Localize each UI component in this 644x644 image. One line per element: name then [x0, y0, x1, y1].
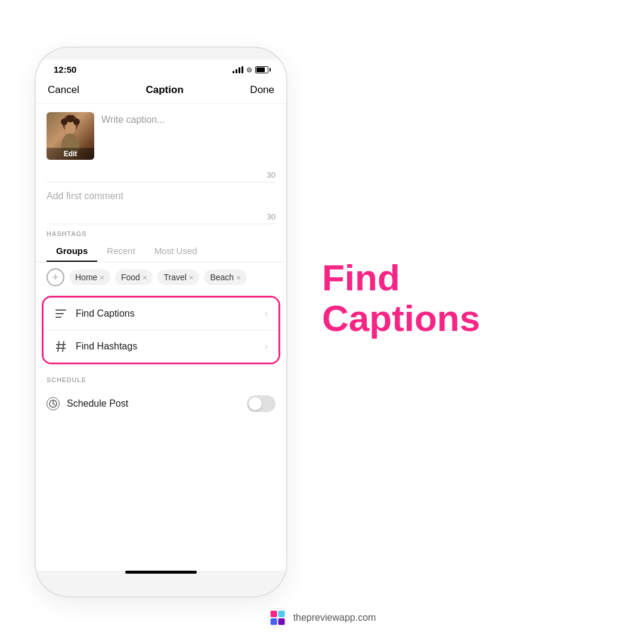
find-hashtags-label: Find Hashtags [76, 341, 137, 352]
lines-icon [54, 307, 67, 320]
tab-groups[interactable]: Groups [47, 241, 97, 262]
first-comment-placeholder: Add first comment [47, 191, 123, 201]
status-time: 12:50 [54, 64, 76, 75]
home-indicator [125, 571, 197, 574]
remove-home-icon[interactable]: × [100, 273, 104, 282]
svg-rect-7 [55, 313, 64, 314]
logo-cell-4 [278, 618, 285, 625]
logo-cell-3 [271, 618, 277, 625]
phone-mockup: 12:50 ⊜ Cancel Caption Done [36, 48, 286, 596]
clock-icon [47, 397, 60, 410]
svg-rect-6 [55, 309, 66, 311]
find-hashtags-left: Find Hashtags [54, 340, 137, 353]
tag-chips-row: + Home × Food × Travel × Beach × [36, 262, 286, 292]
remove-travel-icon[interactable]: × [189, 273, 194, 282]
hash-icon [54, 340, 67, 353]
remove-beach-icon[interactable]: × [236, 273, 241, 282]
find-hashtags-menu-item[interactable]: Find Hashtags › [44, 330, 278, 363]
find-captions-left: Find Captions [54, 307, 135, 320]
logo-cell-2 [278, 611, 285, 617]
first-comment-row[interactable]: Add first comment [36, 182, 286, 210]
photo-thumbnail[interactable]: Edit [47, 112, 94, 160]
find-captions-heading: Find Captions [322, 258, 480, 339]
tab-most-used[interactable]: Most Used [145, 241, 207, 262]
right-side: Find Captions [286, 258, 608, 386]
svg-line-9 [58, 341, 59, 352]
svg-point-3 [73, 119, 80, 125]
svg-point-2 [61, 119, 67, 125]
signal-icon [233, 66, 243, 73]
schedule-left: Schedule Post [47, 397, 128, 410]
done-button[interactable]: Done [250, 84, 274, 96]
hashtag-tabs: Groups Recent Most Used [36, 241, 286, 262]
status-icons: ⊜ [233, 66, 268, 74]
find-captions-menu-item[interactable]: Find Captions › [44, 298, 278, 330]
status-bar: 12:50 ⊜ [36, 60, 286, 77]
chip-label-food: Food [121, 273, 140, 282]
bottom-branding: thepreviewapp.com [268, 608, 376, 627]
add-chip-button[interactable]: + [47, 268, 64, 286]
find-captions-label: Find Captions [76, 308, 135, 319]
schedule-section-label: SCHEDULE [36, 370, 286, 387]
page-wrapper: 12:50 ⊜ Cancel Caption Done [36, 24, 608, 620]
caption-placeholder: Write caption... [101, 114, 275, 125]
tag-chip-travel[interactable]: Travel × [157, 270, 199, 285]
caption-char-count: 30 [36, 168, 286, 182]
chip-label-home: Home [75, 273, 97, 282]
edit-overlay-label[interactable]: Edit [47, 148, 94, 160]
hashtags-section-label: HASHTAGS [36, 224, 286, 241]
schedule-toggle[interactable] [247, 395, 275, 412]
svg-line-10 [63, 341, 64, 352]
heading-line1: Find [322, 258, 480, 298]
brand-url: thepreviewapp.com [293, 612, 376, 623]
caption-input[interactable]: Write caption... [101, 112, 275, 160]
schedule-section: SCHEDULE Schedule Post [36, 370, 286, 420]
caption-area: Edit Write caption... [36, 104, 286, 168]
cancel-button[interactable]: Cancel [48, 84, 79, 96]
toggle-knob [249, 397, 262, 410]
heading-line2: Captions [322, 298, 480, 339]
chip-label-beach: Beach [210, 273, 234, 282]
menu-highlight-wrapper: Find Captions › [42, 296, 280, 364]
brand-logo [268, 608, 287, 627]
logo-cell-1 [271, 611, 277, 617]
tab-recent[interactable]: Recent [97, 241, 145, 262]
tag-chip-food[interactable]: Food × [115, 270, 153, 285]
comment-char-count: 30 [36, 210, 286, 224]
tag-chip-beach[interactable]: Beach × [204, 270, 246, 285]
schedule-post-label: Schedule Post [67, 398, 128, 409]
find-hashtags-chevron: › [265, 341, 268, 352]
svg-line-15 [53, 404, 55, 405]
schedule-row: Schedule Post [36, 387, 286, 420]
remove-food-icon[interactable]: × [143, 273, 147, 282]
nav-title: Caption [146, 84, 184, 96]
chip-label-travel: Travel [163, 273, 186, 282]
tag-chip-home[interactable]: Home × [69, 270, 110, 285]
find-captions-chevron: › [265, 308, 268, 319]
app-content: Cancel Caption Done [36, 77, 286, 571]
wifi-icon: ⊜ [246, 66, 252, 74]
nav-bar: Cancel Caption Done [36, 77, 286, 104]
svg-rect-8 [55, 317, 61, 318]
battery-icon [255, 66, 268, 73]
